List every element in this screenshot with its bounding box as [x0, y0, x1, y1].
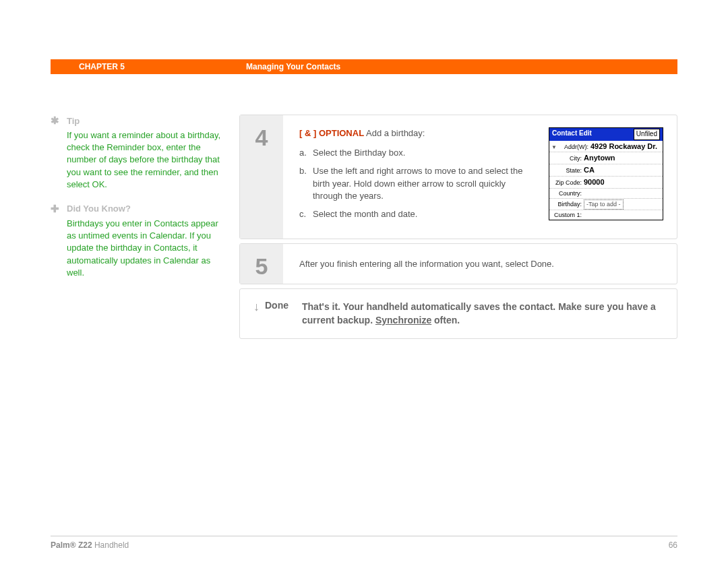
tip-label: Tip [67, 116, 80, 126]
scr-city-label: City: [551, 154, 584, 163]
sub-c-text: Select the month and date. [313, 208, 417, 221]
optional-label: OPTIONAL [319, 128, 364, 138]
sub-a-letter: a. [299, 147, 313, 160]
synchronize-link[interactable]: Synchronize [375, 315, 431, 325]
scr-birthday-val: -Tap to add - [584, 199, 624, 210]
done-arrow-icon: ↓ [253, 300, 260, 314]
scr-zip-val: 90000 [584, 177, 605, 188]
scr-zip-label: Zip Code: [551, 179, 584, 187]
done-text-b: often. [431, 315, 460, 325]
footer: Palm® Z22 Handheld 66 [51, 536, 677, 550]
scr-category: Unfiled [634, 129, 660, 140]
dyk-label: Did You Know? [67, 204, 131, 214]
scr-title: Contact Edit [552, 129, 592, 140]
contact-edit-screenshot: Contact Edit Unfiled ▼Addr(W):4929 Rocka… [549, 127, 663, 226]
footer-suffix: Handheld [94, 540, 129, 550]
scr-birthday-label: Birthday: [551, 200, 584, 209]
scr-addr-val: 4929 Rockaway Dr. [590, 142, 657, 152]
sub-c-letter: c. [299, 208, 313, 221]
step-4-number: 4 [255, 125, 268, 151]
scr-country-label: Country: [551, 189, 584, 198]
sub-b-text: Use the left and right arrows to move to… [313, 165, 537, 204]
done-label: Done [265, 300, 289, 311]
main-steps: 4 [ & ] OPTIONAL Add a birthday: a.Selec… [239, 115, 677, 339]
scr-state-label: State: [551, 166, 584, 175]
done-text-a: That's it. Your handheld automatically s… [302, 301, 656, 325]
optional-brackets: [ & ] [299, 128, 316, 138]
scr-custom-label: Custom 1: [551, 211, 584, 220]
tip-block: ✱ Tip If you want a reminder about a bir… [51, 115, 226, 191]
footer-page: 66 [669, 540, 677, 550]
scr-addr-label: Addr(W): [558, 143, 590, 152]
step-5: 5 After you finish entering all the info… [239, 243, 677, 284]
footer-model: Z22 [78, 540, 92, 550]
step-4-text: [ & ] OPTIONAL Add a birthday: a.Select … [299, 127, 537, 226]
plus-icon: ✚ [51, 203, 67, 215]
footer-left: Palm® Z22 Handheld [51, 540, 129, 550]
tip-body: If you want a reminder about a birthday,… [67, 129, 226, 191]
scr-city-val: Anytown [584, 153, 615, 164]
header-bar: CHAPTER 5 Managing Your Contacts [51, 59, 677, 74]
done-row: ↓ Done That's it. Your handheld automati… [239, 288, 677, 339]
scr-state-val: CA [584, 165, 595, 176]
asterisk-icon: ✱ [51, 115, 67, 127]
dropdown-icon: ▼ [551, 144, 557, 152]
sub-a-text: Select the Birthday box. [313, 147, 405, 160]
step-5-number: 5 [255, 253, 268, 280]
footer-brand: Palm® [51, 540, 76, 550]
header-chapter: CHAPTER 5 [79, 62, 125, 71]
step-5-text: After you finish entering all the inform… [283, 244, 677, 284]
optional-tail: Add a birthday: [366, 128, 425, 138]
sidebar: ✱ Tip If you want a reminder about a bir… [51, 115, 239, 339]
dyk-body: Birthdays you enter in Contacts appear a… [67, 218, 226, 279]
done-text: That's it. Your handheld automatically s… [302, 300, 663, 327]
did-you-know-block: ✚ Did You Know? Birthdays you enter in C… [51, 203, 226, 279]
step-4: 4 [ & ] OPTIONAL Add a birthday: a.Selec… [239, 115, 677, 239]
header-title: Managing Your Contacts [246, 62, 340, 71]
sub-b-letter: b. [299, 165, 313, 204]
